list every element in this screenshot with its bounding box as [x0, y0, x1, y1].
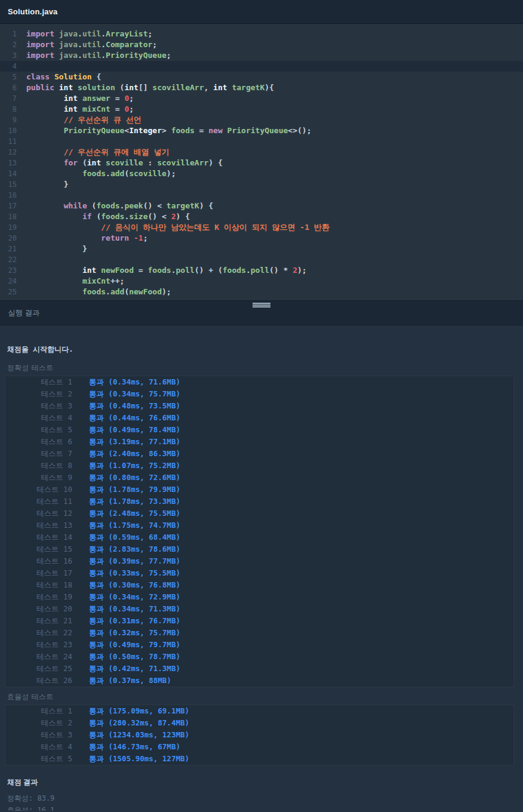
accuracy-test-header: 정확성 테스트 — [0, 363, 523, 373]
code-text: int answer = 0; — [26, 93, 134, 104]
test-result: 통과 (0.44ms, 76.6MB) — [89, 413, 180, 423]
line-number: 24 — [0, 276, 17, 287]
efficiency-test-header: 효율성 테스트 — [0, 692, 523, 702]
test-result: 통과 (0.34ms, 75.7MB) — [89, 389, 180, 399]
line-number: 7 — [0, 93, 17, 104]
test-result: 통과 (0.33ms, 75.5MB) — [89, 568, 180, 579]
line-number: 19 — [0, 222, 17, 233]
accuracy-test-box: 테스트 1통과 (0.34ms, 71.6MB)테스트 2통과 (0.34ms,… — [5, 376, 514, 687]
code-text: return -1; — [26, 233, 148, 244]
test-name: 테스트 9 — [5, 473, 72, 483]
line-number: 10 — [0, 125, 17, 136]
test-row: 테스트 20통과 (0.34ms, 71.3MB) — [5, 603, 513, 615]
code-line: 24 mixCnt++; — [0, 276, 523, 287]
test-name: 테스트 26 — [5, 676, 72, 686]
code-text: } — [26, 244, 87, 254]
test-name: 테스트 22 — [5, 628, 72, 638]
test-row: 테스트 5통과 (1505.90ms, 127MB) — [5, 753, 513, 765]
test-result: 통과 (0.59ms, 68.4MB) — [89, 533, 180, 543]
code-line: 18 if (foods.size() < 2) { — [0, 211, 523, 222]
test-name: 테스트 2 — [5, 389, 72, 399]
line-number: 23 — [0, 265, 17, 276]
test-name: 테스트 25 — [5, 664, 72, 674]
line-number: 3 — [0, 50, 17, 61]
test-row: 테스트 1통과 (0.34ms, 71.6MB) — [5, 376, 513, 388]
code-text: import java.util.PriorityQueue; — [26, 50, 171, 61]
code-text: int newFood = foods.poll() + (foods.poll… — [26, 265, 307, 276]
test-result: 통과 (146.73ms, 67MB) — [89, 742, 180, 752]
test-row: 테스트 12통과 (2.48ms, 75.5MB) — [5, 508, 513, 519]
test-name: 테스트 5 — [5, 754, 72, 764]
code-line: 8 int mixCnt = 0; — [0, 104, 523, 115]
line-number: 15 — [0, 179, 17, 190]
code-line: 15 } — [0, 179, 523, 190]
line-number: 11 — [0, 136, 17, 147]
test-name: 테스트 16 — [5, 556, 72, 567]
test-name: 테스트 3 — [5, 401, 72, 411]
code-line: 20 return -1; — [0, 233, 523, 244]
test-name: 테스트 24 — [5, 652, 72, 662]
test-name: 테스트 5 — [5, 425, 72, 435]
test-result: 통과 (1.78ms, 73.3MB) — [89, 497, 180, 507]
code-text: // 음식이 하나만 남았는데도 K 이상이 되지 않으면 -1 반환 — [26, 222, 330, 233]
test-row: 테스트 16통과 (0.39ms, 77.7MB) — [5, 555, 513, 567]
code-line: 9 // 우선순위 큐 선언 — [0, 115, 523, 125]
line-number: 12 — [0, 147, 17, 158]
score-line: 정확성: 83.9 — [0, 792, 523, 804]
test-result: 통과 (280.32ms, 87.4MB) — [89, 718, 189, 728]
test-row: 테스트 3통과 (0.48ms, 73.5MB) — [5, 400, 513, 412]
grading-panel: 채점을 시작합니다. 정확성 테스트 테스트 1통과 (0.34ms, 71.6… — [0, 325, 523, 811]
score-line: 효율성: 16.1 — [0, 804, 523, 811]
line-number: 17 — [0, 201, 17, 211]
test-row: 테스트 9통과 (0.80ms, 72.6MB) — [5, 472, 513, 484]
test-result: 통과 (0.42ms, 71.3MB) — [89, 664, 180, 674]
test-result: 통과 (1505.90ms, 127MB) — [89, 754, 189, 764]
test-result: 통과 (1234.03ms, 123MB) — [89, 730, 189, 740]
test-row: 테스트 19통과 (0.34ms, 72.9MB) — [5, 591, 513, 603]
test-name: 테스트 13 — [5, 521, 72, 531]
test-name: 테스트 12 — [5, 509, 72, 519]
test-result: 통과 (3.19ms, 77.1MB) — [89, 437, 180, 447]
code-line: 1import java.util.ArrayList; — [0, 29, 523, 39]
test-result: 통과 (2.48ms, 75.5MB) — [89, 509, 180, 519]
code-line: 3import java.util.PriorityQueue; — [0, 50, 523, 61]
code-line: 11 — [0, 136, 523, 147]
test-row: 테스트 3통과 (1234.03ms, 123MB) — [5, 729, 513, 741]
test-row: 테스트 26통과 (0.37ms, 88MB) — [5, 675, 513, 687]
code-text: // 우선순위 큐에 배열 넣기 — [26, 147, 170, 158]
test-name: 테스트 20 — [5, 604, 72, 614]
code-text: while (foods.peek() < targetK) { — [26, 201, 213, 211]
test-name: 테스트 18 — [5, 580, 72, 590]
test-row: 테스트 18통과 (0.30ms, 76.8MB) — [5, 579, 513, 591]
test-result: 통과 (0.32ms, 75.7MB) — [89, 628, 180, 638]
line-number: 16 — [0, 190, 17, 201]
test-name: 테스트 2 — [5, 718, 72, 728]
test-row: 테스트 4통과 (0.44ms, 76.6MB) — [5, 412, 513, 424]
test-row: 테스트 2통과 (280.32ms, 87.4MB) — [5, 717, 513, 729]
test-result: 통과 (175.09ms, 69.1MB) — [89, 706, 189, 716]
test-result: 통과 (0.48ms, 73.5MB) — [89, 401, 180, 411]
test-result: 통과 (1.78ms, 79.9MB) — [89, 485, 180, 495]
line-number: 22 — [0, 254, 17, 265]
grading-result-title: 채점 결과 — [0, 777, 523, 788]
test-row: 테스트 17통과 (0.33ms, 75.5MB) — [5, 567, 513, 579]
code-text: // 우선순위 큐 선언 — [26, 115, 141, 125]
code-line: 2import java.util.Comparator; — [0, 39, 523, 50]
run-result-bar: 실행 결과 — [0, 300, 523, 325]
code-editor[interactable]: 1import java.util.ArrayList;2import java… — [0, 24, 523, 300]
line-number: 2 — [0, 39, 17, 50]
test-name: 테스트 21 — [5, 616, 72, 626]
test-row: 테스트 13통과 (1.75ms, 74.7MB) — [5, 519, 513, 531]
test-row: 테스트 23통과 (0.49ms, 79.7MB) — [5, 639, 513, 651]
drag-handle-icon[interactable] — [253, 303, 270, 304]
code-line: 23 int newFood = foods.poll() + (foods.p… — [0, 265, 523, 276]
test-name: 테스트 4 — [5, 742, 72, 752]
test-row: 테스트 1통과 (175.09ms, 69.1MB) — [5, 705, 513, 717]
test-result: 통과 (0.31ms, 76.7MB) — [89, 616, 180, 626]
test-result: 통과 (0.80ms, 72.6MB) — [89, 473, 180, 483]
test-name: 테스트 11 — [5, 497, 72, 507]
test-result: 통과 (0.50ms, 78.7MB) — [89, 652, 180, 662]
grading-start-message: 채점을 시작합니다. — [0, 345, 523, 355]
test-name: 테스트 17 — [5, 568, 72, 579]
test-row: 테스트 24통과 (0.50ms, 78.7MB) — [5, 651, 513, 663]
